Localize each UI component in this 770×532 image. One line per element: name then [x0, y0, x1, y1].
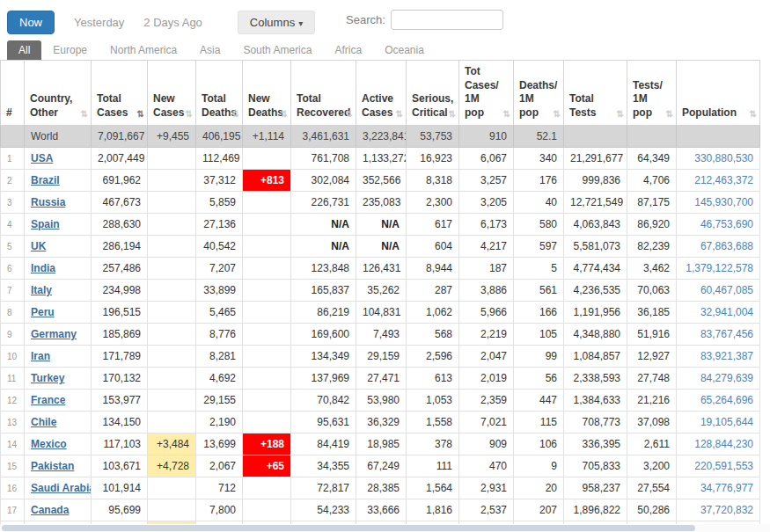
cases-per-1m-cell: 910: [459, 126, 514, 148]
tests-per-1m-cell: 82,239: [627, 236, 677, 258]
country-link[interactable]: France: [31, 394, 65, 406]
country-link[interactable]: Italy: [31, 284, 52, 296]
col-header-total-recovered[interactable]: TotalRecovered⇅: [291, 61, 356, 126]
country-link[interactable]: Russia: [31, 196, 65, 208]
total-recovered-cell: 95,631: [291, 412, 356, 434]
country-link[interactable]: Canada: [31, 504, 69, 516]
tab-all[interactable]: All: [7, 40, 41, 60]
country-cell: Mexico: [25, 434, 92, 455]
deaths-per-1m-cell: 9: [514, 455, 564, 477]
col-header-serious-critical[interactable]: Serious,Critical⇅: [407, 61, 459, 126]
active-cases-cell: 29,159: [356, 346, 407, 368]
deaths-per-1m-cell: 105: [514, 324, 564, 346]
tab-africa[interactable]: Africa: [323, 40, 373, 60]
active-cases-cell: 67,249: [356, 455, 407, 477]
sort-icon[interactable]: ⇅: [750, 108, 757, 120]
new-cases-cell: [148, 148, 196, 170]
sort-icon[interactable]: ⇅: [396, 108, 403, 120]
country-link[interactable]: Brazil: [31, 174, 60, 186]
active-cases-cell: 104,831: [356, 302, 407, 324]
tab-north-america[interactable]: North America: [99, 40, 188, 60]
total-cases-cell: 171,789: [92, 346, 148, 368]
country-cell: UK: [25, 236, 92, 258]
deaths-per-1m-cell: 40: [514, 192, 564, 214]
now-button[interactable]: Now: [7, 11, 55, 34]
sort-icon[interactable]: ⇅: [554, 108, 561, 120]
active-cases-cell: 235,083: [356, 192, 407, 214]
search-input[interactable]: [391, 10, 503, 30]
col-header-active-cases[interactable]: ActiveCases⇅: [356, 61, 407, 126]
total-recovered-cell: 123,848: [291, 258, 356, 280]
sort-icon[interactable]: ⇅: [81, 108, 88, 120]
yesterday-button[interactable]: Yesterday: [74, 16, 124, 29]
population-cell: 67,863,688: [677, 236, 760, 258]
tests-per-1m-cell: 27,748: [627, 368, 677, 390]
country-link[interactable]: Spain: [31, 218, 60, 230]
total-tests-cell: 12,721,549: [564, 192, 627, 214]
active-cases-cell: 28,385: [356, 477, 407, 499]
sort-icon[interactable]: ⇅: [617, 108, 624, 120]
country-link[interactable]: USA: [31, 152, 53, 164]
sort-icon[interactable]: ⇅: [232, 108, 239, 120]
total-deaths-cell: 2,190: [196, 412, 243, 434]
col-header-deaths-per-1m[interactable]: Deaths/1M pop⇅: [514, 61, 564, 126]
tab-asia[interactable]: Asia: [188, 40, 231, 60]
country-link[interactable]: Germany: [31, 328, 77, 340]
sort-icon[interactable]: ⇅: [503, 108, 510, 120]
country-link[interactable]: UK: [31, 240, 46, 252]
active-cases-cell: N/A: [356, 214, 407, 236]
active-cases-cell: 36,329: [356, 412, 407, 434]
col-header-tests-per-1m[interactable]: Tests/1M pop⇅: [627, 61, 677, 126]
col-header-country[interactable]: Country,Other⇅: [25, 61, 92, 126]
col-header-index[interactable]: #: [1, 61, 25, 126]
tab-europe[interactable]: Europe: [41, 40, 99, 60]
country-cell: Spain: [25, 214, 92, 236]
tests-per-1m-cell: 21,216: [627, 390, 677, 412]
country-link[interactable]: India: [31, 262, 55, 274]
sort-icon[interactable]: ⇅: [449, 108, 456, 120]
new-cases-cell: [148, 499, 196, 521]
new-cases-cell: [148, 324, 196, 346]
table-row: 16Saudi Arabia101,91471272,81728,3851,56…: [1, 477, 760, 499]
horizontal-scrollbar-thumb[interactable]: [2, 525, 695, 531]
col-header-new-deaths[interactable]: NewDeaths⇅: [243, 61, 291, 126]
deaths-per-1m-cell: 166: [514, 302, 564, 324]
columns-dropdown-button[interactable]: Columns▾: [238, 11, 315, 34]
col-header-cases-per-1m[interactable]: Tot Cases/1M pop⇅: [459, 61, 514, 126]
table-row: 1USA2,007,449112,469761,7081,133,27216,9…: [1, 148, 760, 170]
country-link[interactable]: Peru: [31, 306, 55, 318]
deaths-per-1m-cell: 176: [514, 170, 564, 192]
tab-oceania[interactable]: Oceania: [373, 40, 436, 60]
tab-south-america[interactable]: South America: [231, 40, 323, 60]
new-cases-cell: [148, 258, 196, 280]
total-recovered-cell: 137,969: [291, 368, 356, 390]
country-link[interactable]: Turkey: [31, 372, 64, 384]
country-link[interactable]: Pakistan: [31, 460, 74, 472]
new-deaths-cell: +813: [243, 170, 291, 192]
country-link[interactable]: Saudi Arabia: [31, 482, 92, 494]
country-link[interactable]: Chile: [31, 416, 56, 428]
total-tests-cell: [564, 126, 627, 148]
new-deaths-cell: [243, 192, 291, 214]
col-header-new-cases[interactable]: NewCases⇅: [148, 61, 196, 126]
table-row: 10Iran171,7898,281134,34929,1592,5962,04…: [1, 346, 760, 368]
col-header-total-cases[interactable]: TotalCases⇅: [92, 61, 148, 126]
col-header-total-tests[interactable]: TotalTests⇅: [564, 61, 627, 126]
deaths-per-1m-cell: 447: [514, 390, 564, 412]
row-index: 5: [1, 236, 25, 258]
col-header-total-deaths[interactable]: TotalDeaths⇅: [196, 61, 243, 126]
total-deaths-cell: 29,155: [196, 390, 243, 412]
row-index: 12: [1, 390, 25, 412]
sort-icon[interactable]: ⇅: [346, 108, 353, 120]
sort-icon[interactable]: ⇅: [186, 108, 193, 120]
col-header-population[interactable]: Population⇅: [677, 61, 760, 126]
country-link[interactable]: Iran: [31, 350, 50, 362]
country-link[interactable]: Mexico: [31, 438, 67, 450]
two-days-ago-button[interactable]: 2 Days Ago: [143, 16, 202, 29]
serious-critical-cell: 1,564: [407, 477, 459, 499]
total-deaths-cell: 4,692: [196, 368, 243, 390]
sort-icon[interactable]: ⇅: [666, 108, 673, 120]
sort-icon[interactable]: ⇅: [137, 108, 144, 120]
sort-icon[interactable]: ⇅: [281, 108, 288, 120]
total-deaths-cell: 712: [196, 477, 243, 499]
